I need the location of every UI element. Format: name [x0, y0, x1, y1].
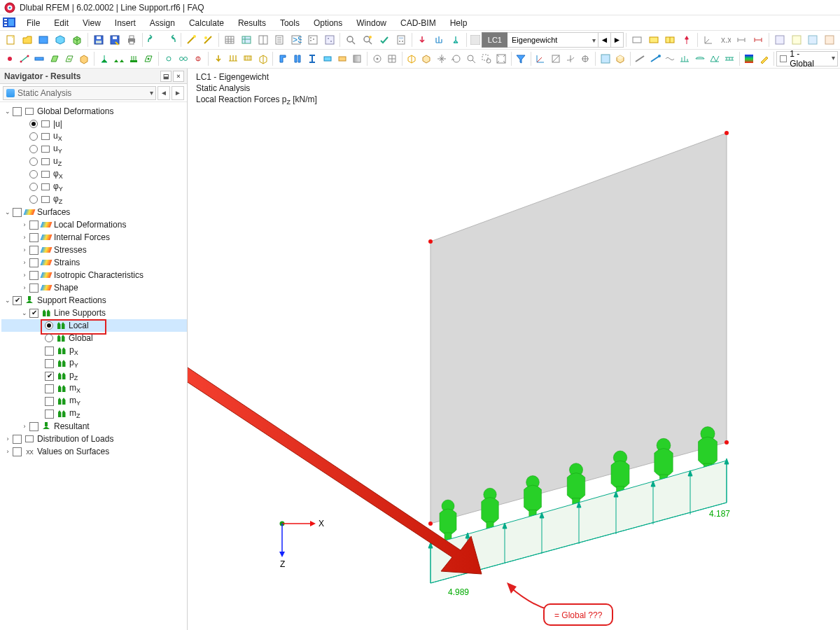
arrow-down-icon[interactable]: [414, 31, 431, 48]
cs3-icon[interactable]: [563, 50, 578, 67]
tree-mz[interactable]: mZ: [1, 407, 187, 420]
radio[interactable]: [29, 170, 38, 178]
radio[interactable]: [29, 183, 38, 191]
checkbox[interactable]: [45, 397, 54, 406]
checkbox[interactable]: [29, 284, 38, 293]
checkbox[interactable]: [13, 447, 22, 456]
tree-u[interactable]: |u|: [1, 118, 187, 130]
tree-resultant[interactable]: › Resultant: [1, 420, 187, 433]
tree-ux[interactable]: uX: [1, 130, 187, 143]
expand-icon[interactable]: ›: [20, 283, 29, 293]
surface-icon[interactable]: [47, 50, 62, 67]
model-icon[interactable]: [52, 31, 69, 48]
table2-icon[interactable]: [238, 31, 255, 48]
checkbox[interactable]: [29, 309, 38, 318]
support4-icon[interactable]: [141, 50, 156, 67]
zoom-window-icon[interactable]: [479, 50, 493, 67]
find-gear-icon[interactable]: [359, 31, 376, 48]
menu-options[interactable]: Options: [307, 16, 349, 30]
redo-icon[interactable]: [162, 31, 178, 48]
rotate-icon[interactable]: [449, 50, 463, 67]
render3-icon[interactable]: [662, 31, 679, 48]
beam4-icon[interactable]: [678, 50, 692, 67]
expand-icon[interactable]: ›: [20, 270, 29, 280]
expand-icon[interactable]: ›: [3, 434, 13, 444]
beam7-icon[interactable]: [722, 50, 737, 67]
print-icon[interactable]: [123, 31, 140, 48]
view-combo[interactable]: 1 - Global: [776, 51, 838, 66]
menu-calc[interactable]: Calculate: [182, 16, 231, 30]
dim1-icon[interactable]: [734, 31, 750, 48]
cs-icon[interactable]: [533, 50, 548, 67]
support1-icon[interactable]: [97, 50, 111, 67]
expand-icon[interactable]: ⌄: [3, 295, 13, 305]
tree-pz[interactable]: pZ: [1, 370, 187, 382]
radio[interactable]: [45, 321, 53, 330]
new-icon[interactable]: [2, 31, 19, 48]
expand-icon[interactable]: ›: [20, 232, 29, 242]
undo-icon[interactable]: [145, 31, 162, 48]
menu-window[interactable]: Window: [349, 16, 393, 30]
expand-icon[interactable]: ⌄: [3, 106, 13, 116]
fit-icon[interactable]: [493, 50, 508, 67]
tree-mx[interactable]: mX: [1, 382, 187, 395]
axes-icon[interactable]: [700, 31, 717, 48]
tree-my[interactable]: mY: [1, 395, 187, 407]
tree-dist-loads[interactable]: › Distribution of Loads: [1, 433, 187, 445]
navigator-close-icon[interactable]: ×: [173, 71, 184, 82]
isometric-icon[interactable]: [404, 50, 419, 67]
checkbox[interactable]: [29, 422, 38, 431]
tree-icon[interactable]: [304, 31, 321, 48]
cube-icon[interactable]: [69, 31, 85, 48]
zoom-icon[interactable]: [464, 50, 479, 67]
sheet-icon[interactable]: [271, 31, 288, 48]
saveas-icon[interactable]: [107, 31, 124, 48]
tree-line-supports[interactable]: ⌄ Line Supports: [1, 307, 187, 319]
calc-icon[interactable]: [393, 31, 410, 48]
checkbox[interactable]: [45, 359, 54, 368]
beam5-icon[interactable]: [692, 50, 707, 67]
expand-icon[interactable]: ›: [3, 447, 13, 456]
menu-assign[interactable]: Assign: [143, 16, 182, 30]
menu-results[interactable]: Results: [231, 16, 273, 30]
menu-edit[interactable]: Edit: [47, 16, 76, 30]
render1-icon[interactable]: [629, 31, 645, 48]
hinge3-icon[interactable]: [191, 50, 206, 67]
expand-icon[interactable]: ›: [20, 245, 29, 255]
view3-icon[interactable]: [805, 31, 822, 48]
tree-surf-localdef[interactable]: › Local Deformations: [1, 218, 187, 231]
viewport[interactable]: LC1 - Eigengewicht Static Analysis Local…: [188, 69, 840, 630]
lc-name[interactable]: Eigengewicht: [507, 32, 598, 48]
tree-surf-stresses[interactable]: › Stresses: [1, 244, 187, 256]
pan-icon[interactable]: [434, 50, 449, 67]
tree-local[interactable]: Local: [1, 319, 187, 332]
pin-icon[interactable]: [678, 31, 695, 48]
menu-tools[interactable]: Tools: [273, 16, 307, 30]
check-icon[interactable]: [376, 31, 393, 48]
radio[interactable]: [29, 195, 38, 204]
support-icon[interactable]: [447, 31, 464, 48]
menu-cadbim[interactable]: CAD-BIM: [393, 16, 443, 30]
checkbox[interactable]: [29, 233, 38, 242]
cs2-icon[interactable]: [548, 50, 563, 67]
tree-values-surfaces[interactable]: › xx Values on Surfaces: [1, 445, 187, 458]
find-icon[interactable]: [342, 31, 359, 48]
wizard-icon[interactable]: [183, 31, 200, 48]
tree-phiy[interactable]: φY: [1, 181, 187, 193]
tree-py[interactable]: pY: [1, 357, 187, 370]
table-icon[interactable]: [221, 31, 238, 48]
section1-icon[interactable]: [275, 50, 290, 67]
grid-icon[interactable]: [384, 50, 399, 67]
section3-icon[interactable]: [305, 50, 320, 67]
tree-uz[interactable]: uZ: [1, 155, 187, 168]
beam1-icon[interactable]: [633, 50, 648, 67]
checkbox[interactable]: [29, 271, 38, 280]
view1-icon[interactable]: [771, 31, 788, 48]
view2-icon[interactable]: [788, 31, 805, 48]
material-icon[interactable]: [350, 50, 365, 67]
checkbox[interactable]: [29, 220, 38, 230]
menu-help[interactable]: Help: [443, 16, 475, 30]
thickness-icon[interactable]: [320, 50, 335, 67]
tree-phiz[interactable]: φZ: [1, 193, 187, 206]
navigator-prev-icon[interactable]: ◄: [158, 86, 170, 100]
